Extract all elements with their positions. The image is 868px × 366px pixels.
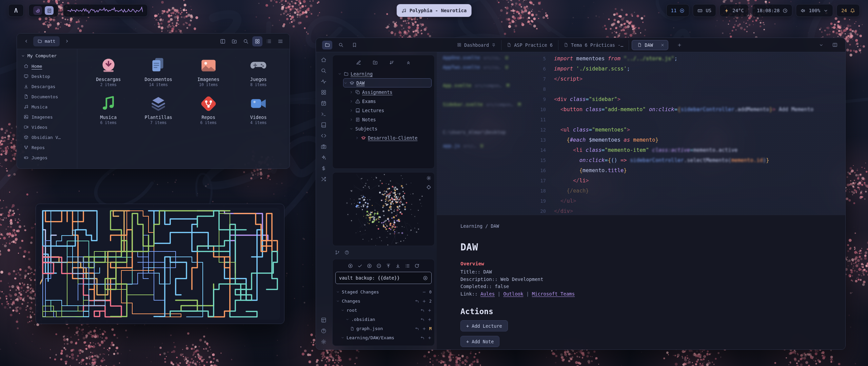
- ribbon-terminal-button[interactable]: [321, 111, 327, 117]
- notes-launcher-button[interactable]: [45, 6, 54, 15]
- git-change-list-button[interactable]: [405, 263, 410, 268]
- forward-button[interactable]: [62, 36, 72, 46]
- ribbon-activity-button[interactable]: [321, 79, 327, 84]
- sidebar-item-obsidian-v[interactable]: Obsidian V…: [17, 132, 77, 142]
- tree-item-lectures[interactable]: Lectures: [349, 106, 432, 115]
- sidebar-item-imagenes[interactable]: Imagenes: [17, 112, 77, 122]
- volume-widget[interactable]: 100%: [796, 4, 833, 17]
- git-row-learning-daw-exams[interactable]: Learning/DAW/Exams: [335, 333, 432, 342]
- panes-button[interactable]: [218, 36, 228, 46]
- git-stage-all-button[interactable]: [367, 263, 372, 268]
- git-refresh-button[interactable]: [414, 263, 419, 268]
- folder-plus-button[interactable]: [229, 36, 239, 46]
- sidebar-switch-search-button[interactable]: [336, 41, 346, 49]
- graph-filter-button[interactable]: [426, 185, 431, 190]
- ribbon-calendar-button[interactable]: [321, 100, 327, 106]
- clock-widget[interactable]: 18:08:28: [752, 4, 792, 17]
- undo-action-icon[interactable]: [415, 327, 419, 331]
- sidebar-item-documentos[interactable]: Documentos: [17, 92, 77, 102]
- ribbon-layout-button[interactable]: [321, 317, 327, 323]
- swirl-launcher-button[interactable]: [33, 6, 42, 15]
- ribbon-dollar-button[interactable]: [321, 165, 327, 171]
- git-row-staged-changes[interactable]: Staged Changes0: [335, 287, 432, 297]
- tree-item-exams[interactable]: Exams: [349, 97, 432, 106]
- tree-item-daw[interactable]: DAW: [343, 78, 432, 87]
- tab-asp-practice-6[interactable]: ASP Practice 6: [501, 40, 558, 50]
- note-link-aules[interactable]: Aules: [480, 291, 495, 297]
- tree-item-subjects[interactable]: Subjects: [349, 124, 432, 133]
- sidebar-switch-folder-button[interactable]: [322, 41, 332, 49]
- sidebar-item-juegos[interactable]: Juegos: [17, 152, 77, 163]
- note-link-microsoft-teams[interactable]: Microsoft Teams: [532, 291, 575, 297]
- undo-action-icon[interactable]: [420, 308, 425, 312]
- sidebar-item-home[interactable]: Home: [17, 61, 77, 71]
- ribbon-help-button[interactable]: [321, 328, 327, 334]
- note-breadcrumb[interactable]: Learning / DAW: [460, 223, 832, 229]
- weather-widget[interactable]: 24°C: [719, 4, 749, 17]
- plus-action-icon[interactable]: [428, 336, 432, 340]
- git-commit-button[interactable]: [348, 263, 353, 268]
- sidebar-item-musica[interactable]: Musica: [17, 102, 77, 112]
- code-editor-region[interactable]: AppOne.sveltesrc/co…UAppTwo.sveltesrc/co…: [437, 52, 845, 215]
- plus-action-icon[interactable]: [428, 308, 432, 312]
- ribbon-sparkles-button[interactable]: [321, 155, 327, 160]
- tab-list-button[interactable]: [816, 40, 826, 50]
- keyboard-layout-widget[interactable]: US: [693, 4, 716, 17]
- plus-action-icon[interactable]: [428, 318, 432, 322]
- grid-button[interactable]: [252, 36, 262, 46]
- folder-musica[interactable]: Musica6 items: [83, 92, 134, 127]
- sort-button[interactable]: [389, 60, 394, 65]
- new-tab-button[interactable]: [674, 40, 685, 50]
- ribbon-camera-button[interactable]: [321, 144, 327, 149]
- clear-message-button[interactable]: [423, 276, 428, 281]
- action-button-add-note[interactable]: + Add Note: [460, 336, 499, 347]
- undo-action-icon[interactable]: [420, 318, 425, 322]
- tab-dashboard[interactable]: Dashboard: [452, 40, 501, 50]
- updates-widget[interactable]: 11: [666, 4, 690, 17]
- breadcrumb[interactable]: matt: [33, 36, 60, 46]
- edit-button[interactable]: [356, 60, 361, 65]
- git-push-button[interactable]: [386, 263, 391, 268]
- launcher-button[interactable]: Λ: [8, 4, 24, 17]
- graph-settings-button[interactable]: [426, 176, 431, 181]
- git-row-changes[interactable]: Changes2: [335, 297, 432, 306]
- ribbon-book-button[interactable]: [321, 122, 327, 128]
- undo-action-icon[interactable]: [420, 336, 425, 340]
- ribbon-search-button[interactable]: [321, 68, 327, 74]
- ribbon-shuffle-button[interactable]: [321, 176, 327, 182]
- help-chip-button[interactable]: [344, 250, 349, 255]
- folder-documentos[interactable]: Documentos14 items: [134, 54, 184, 89]
- folder-descargas[interactable]: Descargas2 items: [83, 54, 134, 89]
- sidebar-item-descargas[interactable]: Descargas: [17, 81, 77, 92]
- folder-videos[interactable]: Videos4 items: [234, 92, 284, 127]
- tree-item-assignments[interactable]: Assignments: [349, 87, 432, 97]
- sidebar-item-repos[interactable]: Repos: [17, 142, 77, 152]
- action-button-add-lecture[interactable]: + Add Lecture: [460, 320, 508, 331]
- back-button[interactable]: [21, 36, 31, 46]
- sidebar-item-videos[interactable]: Videos: [17, 122, 77, 132]
- notifications-widget[interactable]: 24: [836, 4, 860, 17]
- tree-item-desarrollo-cliente[interactable]: Desarrollo-Cliente: [355, 133, 432, 142]
- ribbon-home-button[interactable]: [321, 57, 327, 63]
- search-button[interactable]: [241, 36, 251, 46]
- menu-button[interactable]: [275, 36, 285, 46]
- sidebar-item-desktop[interactable]: Desktop: [17, 71, 77, 81]
- git-pull-button[interactable]: [395, 263, 400, 268]
- branch-chip-button[interactable]: [335, 250, 340, 255]
- now-playing-widget[interactable]: Polyphia - Neurotica: [397, 4, 472, 17]
- ribbon-code-button[interactable]: [321, 133, 327, 139]
- note-preview-region[interactable]: Learning / DAW DAW Overview Title:: DAWD…: [437, 215, 845, 349]
- split-editor-button[interactable]: [830, 40, 840, 50]
- collapse-button[interactable]: [406, 60, 411, 65]
- tab-tema-6-pr-cticas[interactable]: Tema 6 Prácticas -…: [558, 40, 629, 50]
- git-backup-button[interactable]: [357, 263, 362, 268]
- folder-imagenes[interactable]: Imagenes10 items: [183, 54, 234, 89]
- folder-juegos[interactable]: Juegos8 items: [234, 54, 284, 89]
- commit-message-input[interactable]: vault backup: {{date}}: [335, 272, 432, 284]
- ribbon-gear-button[interactable]: [321, 339, 327, 345]
- plus-action-icon[interactable]: [422, 299, 426, 303]
- git-row-root[interactable]: root: [335, 306, 432, 315]
- folder-plantillas[interactable]: Plantillas7 items: [134, 92, 184, 127]
- folder-repos[interactable]: Repos6 items: [183, 92, 234, 127]
- list-button[interactable]: [264, 36, 274, 46]
